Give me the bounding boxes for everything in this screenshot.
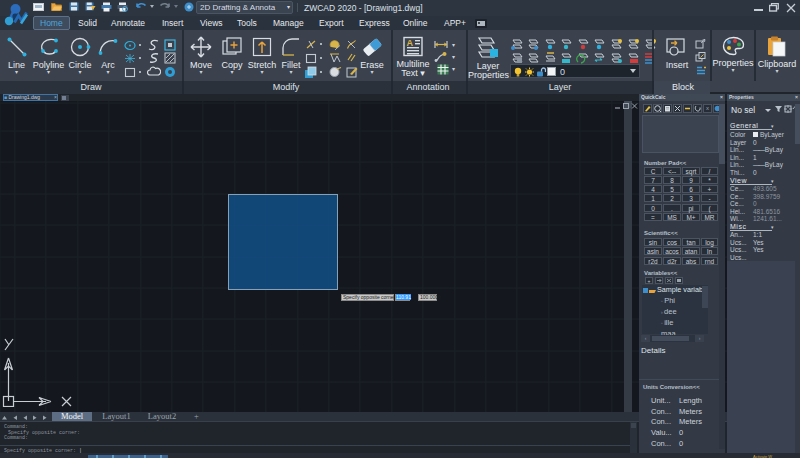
svg-text:A: A — [407, 38, 414, 48]
